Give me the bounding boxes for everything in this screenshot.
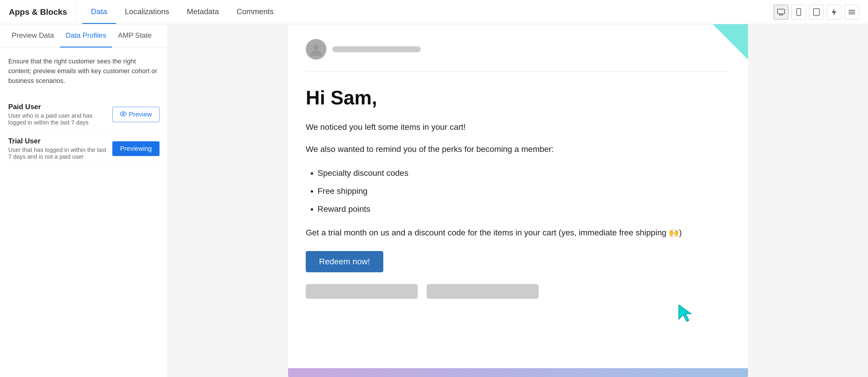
description-text: Ensure that the right customer sees the … <box>8 56 159 86</box>
cursor-decoration <box>677 303 695 324</box>
tab-comments[interactable]: Comments <box>228 0 282 24</box>
tab-data[interactable]: Data <box>82 0 116 24</box>
desktop-view-button[interactable] <box>774 5 788 20</box>
corner-decoration <box>713 24 748 60</box>
profile-row-paid-user: Paid User User who is a paid user and ha… <box>8 97 159 132</box>
sub-tab-data-profiles[interactable]: Data Profiles <box>60 24 112 48</box>
email-para-1: We noticed you left some items in your c… <box>306 121 730 134</box>
trial-user-name: Trial User <box>8 137 106 145</box>
nav-tabs: Data Localizations Metadata Comments <box>76 0 288 24</box>
email-para-2: We also wanted to remind you of the perk… <box>306 143 730 156</box>
email-preview: Hi Sam, We noticed you left some items i… <box>288 24 748 377</box>
list-view-button[interactable] <box>844 5 859 20</box>
app-logo: Apps & Blocks <box>9 7 67 17</box>
paid-user-desc: User who is a paid user and has logged i… <box>8 112 106 126</box>
email-greeting: Hi Sam, <box>306 86 730 109</box>
avatar <box>306 39 327 60</box>
previewing-button-trial-user[interactable]: Previewing <box>112 141 159 156</box>
email-bottom-accent <box>288 368 748 377</box>
profile-row-trial-user: Trial User User that has logged in withi… <box>8 132 159 166</box>
footer-bar-2 <box>427 284 539 299</box>
redeem-button[interactable]: Redeem now! <box>306 251 383 272</box>
svg-point-12 <box>122 113 124 115</box>
email-header <box>306 39 730 60</box>
sub-tabs: Preview Data Data Profiles AMP State <box>0 24 168 48</box>
list-item: Free shipping <box>317 183 730 199</box>
profile-info-paid-user: Paid User User who is a paid user and ha… <box>8 103 112 126</box>
trial-user-desc: User that has logged in within the last … <box>8 147 106 160</box>
svg-point-5 <box>799 14 799 15</box>
corner-triangle <box>713 24 748 60</box>
main-content: Preview Data Data Profiles AMP State Ens… <box>0 24 868 377</box>
email-list: Specialty discount codes Free shipping R… <box>317 165 730 218</box>
preview-button-paid-user[interactable]: Preview <box>112 107 159 122</box>
list-item: Reward points <box>317 201 730 218</box>
email-para-3: Get a trial month on us and a discount c… <box>306 226 730 239</box>
svg-point-7 <box>816 14 817 15</box>
sub-tab-preview-data[interactable]: Preview Data <box>6 24 60 48</box>
svg-rect-0 <box>777 9 784 14</box>
mobile-view-button[interactable] <box>791 5 806 20</box>
profile-info-trial-user: Trial User User that has logged in withi… <box>8 137 112 160</box>
footer-bar-1 <box>306 284 418 299</box>
email-from-bar <box>332 46 421 52</box>
tab-metadata[interactable]: Metadata <box>178 0 228 24</box>
email-body: Hi Sam, We noticed you left some items i… <box>306 86 730 272</box>
nav-toolbar <box>765 0 868 24</box>
panel-content: Ensure that the right customer sees the … <box>0 48 168 377</box>
email-divider <box>306 71 730 72</box>
svg-point-11 <box>120 112 126 116</box>
right-panel: Hi Sam, We noticed you left some items i… <box>168 24 868 377</box>
sub-tab-amp-state[interactable]: AMP State <box>112 24 157 48</box>
top-navigation: Apps & Blocks Data Localizations Metadat… <box>0 0 868 24</box>
list-item: Specialty discount codes <box>317 165 730 181</box>
tab-localizations[interactable]: Localizations <box>116 0 178 24</box>
tablet-view-button[interactable] <box>809 5 824 20</box>
left-panel: Preview Data Data Profiles AMP State Ens… <box>0 24 168 377</box>
eye-icon <box>120 111 126 118</box>
svg-point-13 <box>313 45 319 50</box>
paid-user-name: Paid User <box>8 103 106 111</box>
flash-button[interactable] <box>827 5 841 20</box>
nav-logo-area: Apps & Blocks <box>0 0 76 24</box>
email-footer-bars <box>306 284 730 299</box>
